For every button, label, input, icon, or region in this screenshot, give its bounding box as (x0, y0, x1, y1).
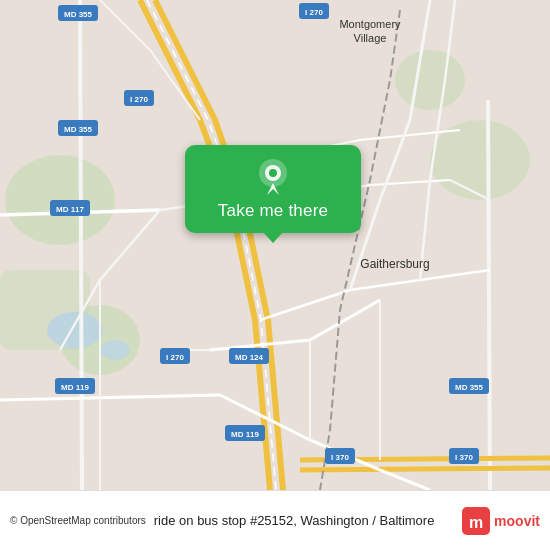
svg-text:I 370: I 370 (331, 453, 349, 462)
map-container: MD 355 I 270 MD 355 MD 117 I 270 MD 124 … (0, 0, 550, 490)
map-svg: MD 355 I 270 MD 355 MD 117 I 270 MD 124 … (0, 0, 550, 490)
svg-text:I 270: I 270 (305, 8, 323, 17)
svg-text:I 370: I 370 (455, 453, 473, 462)
svg-text:m: m (469, 514, 483, 531)
take-me-there-label: Take me there (218, 201, 328, 221)
svg-text:MD 124: MD 124 (235, 353, 264, 362)
moovit-text-label: moovit (494, 513, 540, 529)
svg-text:Gaithersburg: Gaithersburg (360, 257, 429, 271)
svg-text:I 270: I 270 (130, 95, 148, 104)
attribution-text: © OpenStreetMap contributors (10, 515, 146, 526)
take-me-there-button[interactable]: Take me there (185, 145, 361, 233)
svg-text:MD 119: MD 119 (231, 430, 260, 439)
moovit-icon: m (462, 507, 490, 535)
bottom-bar: © OpenStreetMap contributors ride on bus… (0, 490, 550, 550)
svg-text:Montgomery: Montgomery (339, 18, 401, 30)
svg-text:MD 355: MD 355 (64, 125, 93, 134)
svg-text:MD 355: MD 355 (455, 383, 484, 392)
svg-point-37 (269, 169, 277, 177)
svg-text:MD 117: MD 117 (56, 205, 85, 214)
moovit-logo: m moovit (462, 507, 540, 535)
svg-point-6 (47, 312, 103, 348)
svg-text:Village: Village (354, 32, 387, 44)
svg-text:MD 355: MD 355 (64, 10, 93, 19)
svg-point-7 (100, 340, 130, 360)
svg-point-4 (395, 50, 465, 110)
svg-text:MD 119: MD 119 (61, 383, 90, 392)
location-pin-icon (255, 159, 291, 195)
svg-text:I 270: I 270 (166, 353, 184, 362)
location-label: ride on bus stop #25152, Washington / Ba… (154, 513, 454, 528)
